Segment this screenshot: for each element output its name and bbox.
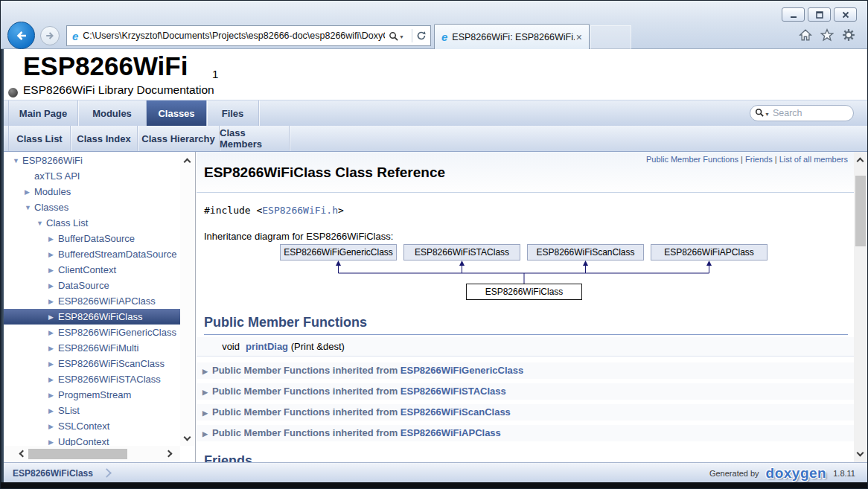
- tree-expand-icon[interactable]: ▶: [48, 294, 58, 310]
- tab-class-hierarchy[interactable]: Class Hierarchy: [138, 126, 220, 151]
- scroll-right-icon[interactable]: [165, 450, 173, 458]
- tree-expand-icon[interactable]: ▶: [48, 247, 58, 263]
- tab-classes[interactable]: Classes: [147, 100, 207, 126]
- tree-item-bufferedstreamdatasource[interactable]: ▶BufferedStreamDataSource: [4, 246, 180, 262]
- settings-gear-icon[interactable]: [842, 28, 855, 45]
- diagram-box-staclass[interactable]: ESP8266WiFiSTAClass: [403, 244, 520, 261]
- scroll-up-icon[interactable]: [857, 158, 864, 165]
- expand-icon[interactable]: ▶: [202, 384, 212, 400]
- tab-class-index[interactable]: Class Index: [71, 126, 138, 151]
- inherited-section-apclass: ▶Public Member Functions inherited from …: [197, 425, 854, 441]
- tab-files[interactable]: Files: [207, 100, 259, 126]
- tree-collapse-icon[interactable]: ▼: [36, 216, 46, 231]
- tree-expand-icon[interactable]: ▶: [48, 341, 58, 357]
- search-dropdown-caret[interactable]: ▼: [399, 34, 404, 39]
- scroll-left-icon[interactable]: [19, 450, 27, 458]
- expand-icon[interactable]: ▶: [202, 405, 212, 421]
- summary-link-all-members[interactable]: List of all members: [779, 155, 848, 164]
- tree-item-bufferdatasource[interactable]: ▶BufferDataSource: [4, 231, 180, 246]
- back-button[interactable]: [7, 22, 35, 49]
- tree-expand-icon[interactable]: ▶: [48, 388, 58, 403]
- tree-item-esp8266wificlass-selected[interactable]: ▶ESP8266WiFiClass: [4, 309, 180, 325]
- tree-item-classes[interactable]: ▼Classes: [4, 199, 180, 215]
- tree-expand-icon[interactable]: ▶: [25, 185, 34, 200]
- tree-item-progmemstream[interactable]: ▶ProgmemStream: [4, 387, 180, 403]
- tree-item-esp8266wifimulti[interactable]: ▶ESP8266WiFiMulti: [4, 340, 180, 356]
- tree-expand-icon[interactable]: ▶: [48, 325, 58, 341]
- doxygen-logo[interactable]: doxygen: [764, 465, 829, 482]
- close-icon: [841, 10, 850, 19]
- tree-expand-icon[interactable]: ▶: [48, 403, 58, 419]
- diagram-box-scanclass[interactable]: ESP8266WiFiScanClass: [527, 244, 644, 261]
- summary-link-friends[interactable]: Friends: [745, 155, 773, 164]
- tree-expand-icon[interactable]: ▶: [48, 419, 58, 435]
- member-link-printdiag[interactable]: printDiag: [246, 341, 288, 352]
- tree-item-esp8266wifistaclass[interactable]: ▶ESP8266WiFiSTAClass: [4, 371, 180, 387]
- tab-close-icon[interactable]: ×: [575, 32, 584, 42]
- scrollbar-thumb[interactable]: [855, 176, 866, 246]
- tree-item-sslcontext[interactable]: ▶SSLContext: [4, 418, 180, 434]
- browser-tab[interactable]: e ESP8266WiFi: ESP8266WiFi... ×: [434, 24, 590, 49]
- minimize-button[interactable]: [782, 7, 805, 22]
- tree-expand-icon[interactable]: ▶: [48, 357, 58, 372]
- close-button[interactable]: [834, 7, 857, 22]
- refresh-icon[interactable]: [416, 31, 427, 41]
- tree-expand-icon[interactable]: ▶: [48, 278, 58, 294]
- inherited-class-link[interactable]: ESP8266WiFiSTAClass: [401, 386, 506, 397]
- tree-item-slist[interactable]: ▶SList: [4, 403, 180, 418]
- tree-expand-icon[interactable]: ▶: [48, 231, 58, 247]
- scroll-down-icon[interactable]: [184, 434, 191, 441]
- tree-expand-icon[interactable]: ▶: [48, 310, 58, 325]
- search-filter-caret[interactable]: ▼: [765, 112, 770, 117]
- search-input[interactable]: [773, 108, 840, 118]
- sidebar-horizontal-scrollbar[interactable]: [4, 446, 180, 462]
- tree-item-clientcontext[interactable]: ▶ClientContext: [4, 262, 180, 278]
- content-vertical-scrollbar[interactable]: [854, 152, 867, 462]
- minimize-icon: [789, 10, 798, 19]
- tree-collapse-icon[interactable]: ▼: [13, 153, 22, 169]
- breadcrumb-link-esp8266wificlass[interactable]: ESP8266WiFiClass: [13, 468, 93, 479]
- forward-button[interactable]: [40, 26, 60, 45]
- address-bar[interactable]: e C:\Users\Krzysztof\Documents\Projects\…: [66, 25, 431, 46]
- tree-item-class-list[interactable]: ▼Class List: [4, 215, 180, 231]
- search-icon[interactable]: [755, 106, 764, 120]
- inherited-class-link[interactable]: ESP8266WiFiGenericClass: [401, 365, 523, 376]
- favorites-star-icon[interactable]: [820, 28, 834, 45]
- expand-icon[interactable]: ▶: [202, 426, 212, 442]
- tab-class-list[interactable]: Class List: [8, 126, 71, 151]
- summary-link-public-members[interactable]: Public Member Functions: [646, 155, 738, 164]
- include-file-link[interactable]: ESP8266WiFi.h: [262, 205, 338, 216]
- section-rule: [204, 334, 848, 335]
- tree-expand-icon[interactable]: ▶: [48, 263, 58, 278]
- scroll-up-icon[interactable]: [184, 159, 191, 166]
- footer-bar: ESP8266WiFiClass Generated by doxygen 1.…: [4, 462, 867, 482]
- tab-modules[interactable]: Modules: [78, 100, 147, 126]
- diagram-box-apclass[interactable]: ESP8266WiFiAPClass: [651, 244, 768, 261]
- tree-item-modules[interactable]: ▶Modules: [4, 184, 180, 199]
- tree-item-datasource[interactable]: ▶DataSource: [4, 278, 180, 293]
- inherited-class-link[interactable]: ESP8266WiFiScanClass: [401, 406, 511, 418]
- tree-item-esp8266wifigenericclass[interactable]: ▶ESP8266WiFiGenericClass: [4, 325, 180, 340]
- tab-title: ESP8266WiFi: ESP8266WiFi...: [452, 32, 574, 42]
- expand-icon[interactable]: ▶: [202, 363, 212, 380]
- tree-expand-icon[interactable]: ▶: [48, 372, 58, 388]
- project-subtitle: ESP8266WiFi Library Documentation: [23, 83, 214, 97]
- scrollbar-thumb[interactable]: [28, 449, 127, 459]
- scroll-down-icon[interactable]: [857, 450, 864, 457]
- search-icon[interactable]: [389, 31, 398, 41]
- new-tab-button[interactable]: [590, 25, 631, 49]
- browser-window: e C:\Users\Krzysztof\Documents\Projects\…: [0, 0, 868, 489]
- tree-item-axtls-api[interactable]: axTLS API: [4, 168, 180, 184]
- tree-item-esp8266wifi[interactable]: ▼ESP8266WiFi: [4, 153, 180, 168]
- tab-main-page[interactable]: Main Page: [8, 100, 78, 126]
- home-icon[interactable]: [799, 28, 812, 45]
- sidebar-vertical-scrollbar[interactable]: [180, 152, 195, 446]
- diagram-box-genericclass[interactable]: ESP8266WiFiGenericClass: [280, 244, 397, 261]
- tree-collapse-icon[interactable]: ▼: [25, 200, 34, 216]
- tree-item-esp8266wifiapclass[interactable]: ▶ESP8266WiFiAPClass: [4, 293, 180, 309]
- search-box[interactable]: ▼: [750, 105, 854, 121]
- tree-item-esp8266wifiscanclass[interactable]: ▶ESP8266WiFiScanClass: [4, 356, 180, 371]
- maximize-button[interactable]: [808, 7, 831, 22]
- inherited-class-link[interactable]: ESP8266WiFiAPClass: [401, 427, 501, 438]
- tab-class-members[interactable]: Class Members: [220, 126, 290, 151]
